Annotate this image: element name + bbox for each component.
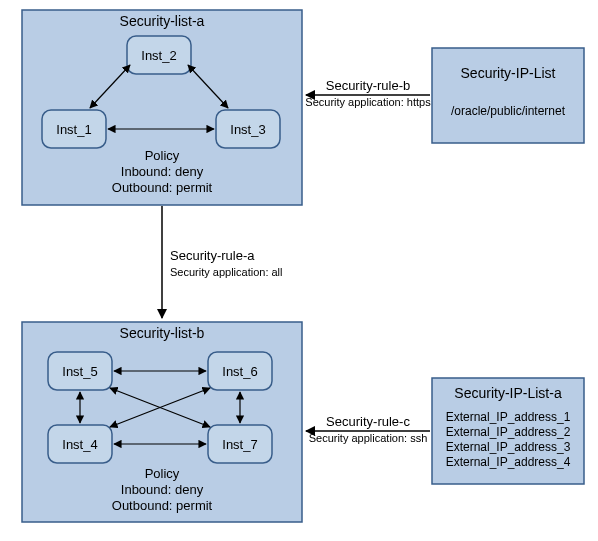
security-ip-list-box: Security-IP-List /oracle/public/internet — [432, 48, 584, 143]
security-rule-c-sub: Security application: ssh — [309, 432, 428, 444]
inst-6-label: Inst_6 — [222, 364, 257, 379]
security-list-b-box: Security-list-b Inst_5 Inst_6 Inst_4 Ins… — [22, 322, 302, 522]
security-rule-b-sub: Security application: https — [305, 96, 431, 108]
security-rule-c-title: Security-rule-c — [326, 414, 410, 429]
security-ip-list-a-box: Security-IP-List-a External_IP_address_1… — [432, 378, 584, 484]
inst-4-node: Inst_4 — [48, 425, 112, 463]
security-ip-list-title: Security-IP-List — [461, 65, 556, 81]
security-rule-a-title: Security-rule-a — [170, 248, 255, 263]
inst-7-label: Inst_7 — [222, 437, 257, 452]
security-ip-list-a-line3: External_IP_address_3 — [446, 440, 571, 454]
seclist-b-policy-outbound: Outbound: permit — [112, 498, 213, 513]
seclist-b-policy-inbound: Inbound: deny — [121, 482, 204, 497]
svg-rect-4 — [432, 48, 584, 143]
seclist-a-policy-inbound: Inbound: deny — [121, 164, 204, 179]
security-ip-list-a-line4: External_IP_address_4 — [446, 455, 571, 469]
inst-6-node: Inst_6 — [208, 352, 272, 390]
inst-2-label: Inst_2 — [141, 48, 176, 63]
seclist-a-policy-label: Policy — [145, 148, 180, 163]
inst-5-label: Inst_5 — [62, 364, 97, 379]
security-ip-list-a-line1: External_IP_address_1 — [446, 410, 571, 424]
diagram-canvas: Security-list-a Inst_2 Inst_1 Inst_3 Pol… — [0, 0, 598, 541]
security-ip-list-a-line2: External_IP_address_2 — [446, 425, 571, 439]
security-rule-b-title: Security-rule-b — [326, 78, 411, 93]
inst-5-node: Inst_5 — [48, 352, 112, 390]
inst-4-label: Inst_4 — [62, 437, 97, 452]
inst-3-node: Inst_3 — [216, 110, 280, 148]
security-ip-list-a-title: Security-IP-List-a — [454, 385, 562, 401]
security-list-a-box: Security-list-a Inst_2 Inst_1 Inst_3 Pol… — [22, 10, 302, 205]
inst-3-label: Inst_3 — [230, 122, 265, 137]
security-ip-list-line1: /oracle/public/internet — [451, 104, 566, 118]
inst-1-node: Inst_1 — [42, 110, 106, 148]
seclist-b-policy-label: Policy — [145, 466, 180, 481]
inst-7-node: Inst_7 — [208, 425, 272, 463]
security-list-a-title: Security-list-a — [120, 13, 205, 29]
seclist-a-policy-outbound: Outbound: permit — [112, 180, 213, 195]
inst-1-label: Inst_1 — [56, 122, 91, 137]
security-rule-a-sub: Security application: all — [170, 266, 283, 278]
security-list-b-title: Security-list-b — [120, 325, 205, 341]
inst-2-node: Inst_2 — [127, 36, 191, 74]
